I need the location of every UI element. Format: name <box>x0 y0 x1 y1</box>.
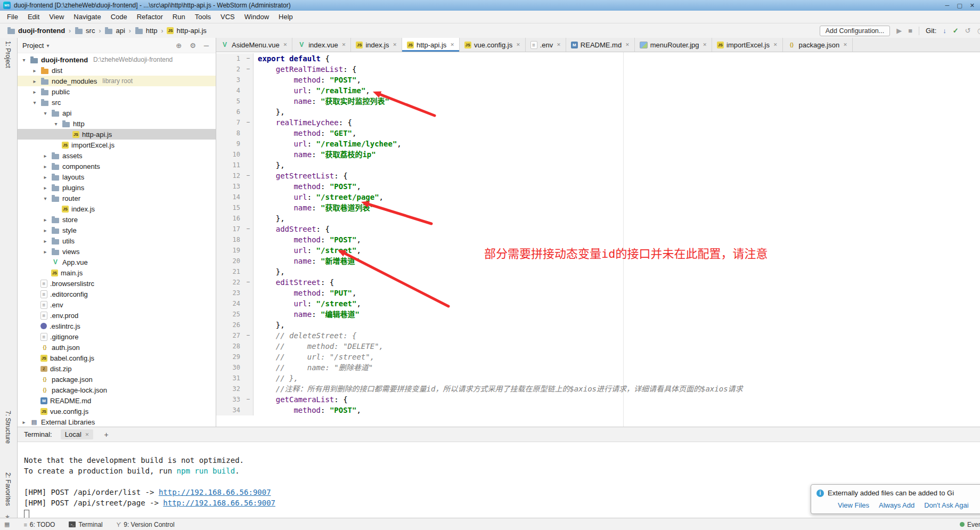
fold-icon[interactable]: − <box>243 64 254 75</box>
tree-item-node_modules[interactable]: ▸node_moduleslibrary root <box>17 76 216 86</box>
tool-button-structure[interactable]: 7: Structure <box>4 411 12 444</box>
menu-tools[interactable]: Tools <box>190 12 216 22</box>
chevron-down-icon[interactable]: ▾ <box>31 100 38 105</box>
history-icon[interactable]: ◷ <box>977 27 980 35</box>
tree-item-importExcel.js[interactable]: JSimportExcel.js <box>17 140 216 150</box>
tool-button-favorites[interactable]: 2: Favorites <box>4 472 12 506</box>
fold-icon[interactable]: − <box>243 330 254 341</box>
code-line[interactable]: 10 name: "获取荔枝的ip" <box>216 149 980 160</box>
code-line[interactable]: 3 method: "POST", <box>216 75 980 85</box>
menu-code[interactable]: Code <box>106 12 132 22</box>
tree-item-api[interactable]: ▾api <box>17 108 216 118</box>
tree-item-views[interactable]: ▸views <box>17 246 216 257</box>
terminal-tab-local[interactable]: Local ✕ <box>61 429 94 439</box>
git-update-icon[interactable]: ↓ <box>943 27 946 35</box>
terminal-link[interactable]: http://192.168.66.56:9007 <box>159 488 271 496</box>
tree-item-src[interactable]: ▾src <box>17 97 216 108</box>
fold-icon[interactable]: − <box>243 224 254 234</box>
close-tab-icon[interactable]: ✕ <box>283 42 288 47</box>
tree-item-dist.zip[interactable]: Zdist.zip <box>17 363 216 374</box>
tree-item-.env.prod[interactable]: ≡.env.prod <box>17 310 216 321</box>
tree-item-public[interactable]: ▸public <box>17 86 216 97</box>
close-tab-icon[interactable]: ✕ <box>773 42 778 47</box>
tree-item-layouts[interactable]: ▸layouts <box>17 172 216 182</box>
tree-item-.eslintrc.js[interactable]: .eslintrc.js <box>17 321 216 331</box>
tree-item-package-lock.json[interactable]: {}package-lock.json <box>17 385 216 395</box>
chevron-right-icon[interactable]: ▸ <box>31 78 38 84</box>
code-line[interactable]: 12− getStreetList: { <box>216 170 980 181</box>
tree-item-plugins[interactable]: ▸plugins <box>17 182 216 193</box>
chevron-right-icon[interactable]: ▸ <box>31 89 38 95</box>
tab-index.js[interactable]: JSindex.js✕ <box>351 38 402 52</box>
code-line[interactable]: 21 }, <box>216 266 980 277</box>
fold-icon[interactable]: − <box>243 394 254 405</box>
tool-button-project[interactable]: 1: Project <box>4 41 12 68</box>
chevron-right-icon[interactable]: ▸ <box>20 419 28 425</box>
chevron-right-icon[interactable]: ▸ <box>42 217 49 223</box>
menu-help[interactable]: Help <box>274 12 298 22</box>
code-line[interactable]: 18 method: "POST", <box>216 234 980 245</box>
tree-item-duoji-frontend[interactable]: ▾duoji-frontendD:\zheheWeb\duoji-fronten… <box>17 54 216 65</box>
chevron-right-icon[interactable]: ▸ <box>42 249 49 255</box>
notification-action-dont-ask[interactable]: Don't Ask Agai <box>924 501 968 509</box>
chevron-down-icon[interactable]: ▾ <box>42 110 49 116</box>
menu-edit[interactable]: Edit <box>23 12 44 22</box>
git-commit-icon[interactable]: ✓ <box>953 27 959 35</box>
tree-item-main.js[interactable]: JSmain.js <box>17 267 216 278</box>
menu-view[interactable]: View <box>44 12 69 22</box>
run-icon[interactable]: ▶ <box>896 27 902 35</box>
tree-item-package.json[interactable]: {}package.json <box>17 374 216 385</box>
add-configuration-button[interactable]: Add Configuration... <box>820 26 891 36</box>
code-line[interactable]: 16 }, <box>216 213 980 224</box>
code-line[interactable]: 15 name: "获取巷道列表" <box>216 202 980 213</box>
code-line[interactable]: 1−export default { <box>216 53 980 64</box>
code-line[interactable]: 28 // method: "DELETE", <box>216 341 980 352</box>
close-tab-icon[interactable]: ✕ <box>843 42 847 47</box>
tree-item-vue.config.js[interactable]: JSvue.config.js <box>17 406 216 417</box>
menu-file[interactable]: File <box>2 12 23 22</box>
fold-icon[interactable]: − <box>243 117 254 128</box>
code-line[interactable]: 14 url: "/street/page", <box>216 192 980 202</box>
notification-action-always-add[interactable]: Always Add <box>879 501 914 509</box>
chevron-right-icon[interactable]: ▸ <box>42 153 49 159</box>
tree-item-dist[interactable]: ▸dist <box>17 65 216 76</box>
code-line[interactable]: 29 // url: "/street", <box>216 352 980 362</box>
tab-package.json[interactable]: {}package.json✕ <box>783 38 853 52</box>
tree-item-index.js[interactable]: JSindex.js <box>17 203 216 214</box>
tree-item-http[interactable]: ▾http <box>17 118 216 129</box>
chevron-down-icon[interactable]: ▾ <box>42 195 49 201</box>
code-line[interactable]: 22− editStreet: { <box>216 277 980 288</box>
tab-index.vue[interactable]: Vindex.vue✕ <box>292 38 351 52</box>
tree-item-babel.config.js[interactable]: JSbabel.config.js <box>17 353 216 363</box>
tree-item-http-api.js[interactable]: JShttp-api.js <box>17 129 216 140</box>
chevron-right-icon[interactable]: ▸ <box>31 68 38 74</box>
tree-item-style[interactable]: ▸style <box>17 225 216 235</box>
close-tab-icon[interactable]: ✕ <box>703 42 707 47</box>
code-line[interactable]: 5 name: "获取实时监控列表" <box>216 96 980 107</box>
code-line[interactable]: 11 }, <box>216 160 980 170</box>
stop-icon[interactable]: ■ <box>908 27 912 35</box>
chevron-right-icon[interactable]: ▸ <box>42 185 49 191</box>
code-line[interactable]: 33− getCameraList: { <box>216 394 980 405</box>
code-line[interactable]: 31 // }, <box>216 373 980 384</box>
chevron-right-icon[interactable]: ▸ <box>42 174 49 180</box>
code-line[interactable]: 6 }, <box>216 107 980 117</box>
tab-AsideMenu.vue[interactable]: VAsideMenu.vue✕ <box>216 38 292 52</box>
chevron-down-icon[interactable]: ▾ <box>52 121 60 127</box>
menu-run[interactable]: Run <box>168 12 190 22</box>
tree-item-README.md[interactable]: MREADME.md <box>17 395 216 406</box>
chevron-down-icon[interactable]: ▾ <box>46 43 49 48</box>
new-terminal-tab-button[interactable]: + <box>102 430 110 439</box>
notification-action-view-files[interactable]: View Files <box>838 501 869 509</box>
breadcrumb-src[interactable]: src <box>73 26 96 35</box>
tree-item-.editorconfig[interactable]: ≡.editorconfig <box>17 289 216 299</box>
tab-.env[interactable]: ≡.env✕ <box>526 38 566 52</box>
code-line[interactable]: 2− getRealTimeList: { <box>216 64 980 75</box>
code-line[interactable]: 25 name: "编辑巷道" <box>216 309 980 320</box>
maximize-button[interactable]: ▢ <box>957 2 962 9</box>
fold-icon[interactable]: − <box>243 53 254 64</box>
code-line[interactable]: 9 url: "/realTime/lychee", <box>216 138 980 149</box>
code-line[interactable]: 13 method: "POST", <box>216 181 980 192</box>
tree-item-auth.json[interactable]: {}auth.json <box>17 342 216 353</box>
statusbar-terminal[interactable]: >_Terminal <box>69 521 102 528</box>
